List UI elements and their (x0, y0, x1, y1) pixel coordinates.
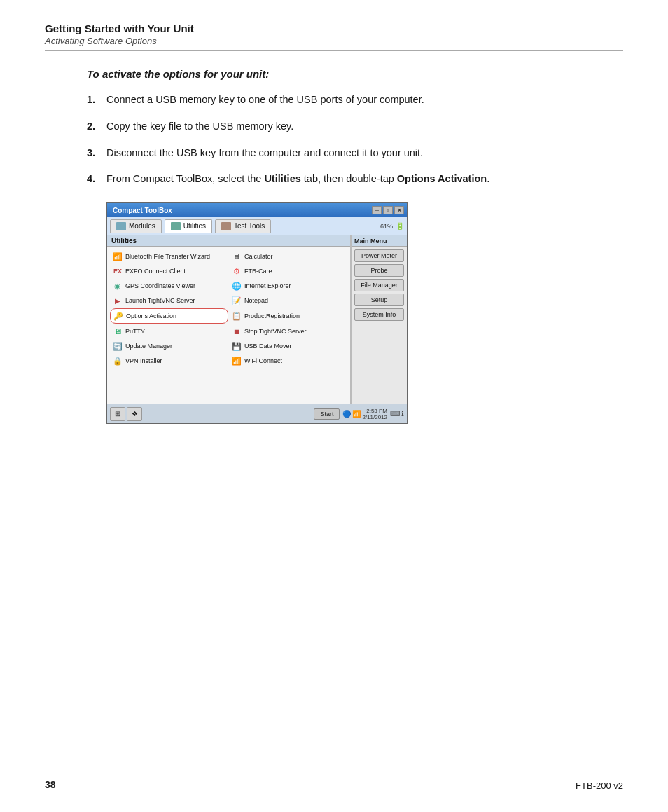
util-update[interactable]: 🔄 Update Manager (110, 339, 228, 353)
usb-icon: 💾 (232, 341, 242, 351)
util-vpn-label: VPN Installer (125, 357, 162, 364)
taskbar-start-label: Start (320, 411, 333, 418)
utilities-panel-header: Utilities (107, 235, 350, 247)
menu-btn-probe-label: Probe (370, 267, 387, 274)
info-sys-icon: ℹ (401, 410, 404, 418)
menu-btn-system-info[interactable]: System Info (354, 308, 404, 321)
win-content: Utilities 📶 Bluetooth File Transfer Wiza… (107, 235, 407, 404)
taskbar-btn-2[interactable]: ❖ (127, 407, 142, 421)
util-wifi[interactable]: 📶 WiFi Connect (229, 354, 347, 368)
util-usb-label: USB Data Mover (244, 343, 292, 350)
util-stopvnc[interactable]: ⏹ Stop TightVNC Server (229, 324, 347, 338)
header-divider (45, 50, 623, 51)
prodreg-icon: 📋 (232, 311, 242, 321)
step-3: 3. Disconnect the USB key from the compu… (87, 146, 623, 161)
taskbar-date-display: 2/11/2012 (362, 414, 387, 420)
util-exfo[interactable]: EX EXFO Connect Client (110, 264, 228, 278)
util-bluetooth-label: Bluetooth File Transfer Wizard (125, 253, 210, 260)
step-4-text: From Compact ToolBox, select the Utiliti… (106, 172, 623, 187)
step-3-text: Disconnect the USB key from the computer… (106, 146, 623, 161)
util-tightvnc-launch[interactable]: ▶ Launch TightVNC Server (110, 294, 228, 308)
putty-icon: 🖥 (113, 326, 123, 336)
util-ie[interactable]: 🌐 Internet Explorer (229, 279, 347, 293)
util-putty[interactable]: 🖥 PuTTY (110, 324, 228, 338)
exfo-icon: EX (113, 266, 123, 276)
util-options-activation[interactable]: 🔑 Options Activation (110, 308, 228, 324)
util-notepad[interactable]: 📝 Notepad (229, 294, 347, 308)
tab-test-tools-label: Test Tools (234, 222, 265, 230)
tab-modules-label: Modules (129, 222, 155, 230)
percent-badge: 61% (380, 223, 396, 230)
taskbar-time-display: 2:53 PM (362, 408, 387, 414)
tab-utilities-label: Utilities (183, 222, 206, 230)
util-usb[interactable]: 💾 USB Data Mover (229, 339, 347, 353)
menu-btn-power-meter-label: Power Meter (361, 252, 397, 259)
keyboard-sys-icon: ⌨ (390, 410, 400, 418)
util-vpn[interactable]: 🔒 VPN Installer (110, 354, 228, 368)
main-menu-label: Main Menu (354, 238, 387, 245)
step-1: 1. Connect a USB memory key to one of th… (87, 92, 623, 108)
gps-icon: ◉ (113, 281, 123, 291)
menu-btn-probe[interactable]: Probe (354, 264, 404, 277)
step-1-text: Connect a USB memory key to one of the U… (106, 92, 623, 108)
util-options-label: Options Activation (126, 312, 176, 319)
menu-btn-setup[interactable]: Setup (354, 294, 404, 306)
win-close-btn[interactable]: ✕ (394, 206, 404, 214)
util-notepad-label: Notepad (244, 297, 268, 304)
util-update-label: Update Manager (125, 343, 172, 350)
util-ftbcare-label: FTB-Care (244, 268, 272, 275)
tab-modules[interactable]: Modules (110, 219, 162, 233)
step-2-text: Copy the key file to the USB memory key. (106, 119, 623, 135)
util-gps[interactable]: ◉ GPS Coordinates Viewer (110, 279, 228, 293)
menu-btn-system-info-label: System Info (363, 311, 396, 318)
bluetooth-icon: 📶 (113, 252, 123, 261)
menu-btn-file-manager-label: File Manager (361, 282, 398, 289)
tab-utilities[interactable]: Utilities (165, 219, 212, 233)
util-calculator[interactable]: 🖩 Calculator (229, 249, 347, 263)
tab-test-tools[interactable]: Test Tools (215, 219, 271, 233)
section-heading: To activate the options for your unit: (87, 68, 623, 80)
main-menu-header: Main Menu (352, 235, 407, 247)
util-ftbcare[interactable]: ⚙ FTB-Care (229, 264, 347, 278)
menu-btn-power-meter[interactable]: Power Meter (354, 249, 404, 262)
main-menu-panel: Main Menu Power Meter Probe File Manager (351, 235, 407, 404)
step-4-bold-options: Options Activation (397, 173, 487, 184)
page-header: Getting Started with Your Unit Activatin… (45, 22, 623, 51)
utilities-grid: 📶 Bluetooth File Transfer Wizard 🖩 Calcu… (107, 247, 350, 371)
step-2: 2. Copy the key file to the USB memory k… (87, 119, 623, 135)
step-2-number: 2. (87, 119, 106, 135)
utilities-panel: Utilities 📶 Bluetooth File Transfer Wiza… (107, 235, 351, 404)
header-title: Getting Started with Your Unit (45, 22, 623, 34)
win-title-text: Compact ToolBox (110, 207, 372, 214)
util-calculator-label: Calculator (244, 253, 273, 260)
menu-btn-file-manager[interactable]: File Manager (354, 279, 404, 291)
footer-divider (45, 773, 87, 773)
taskbar-btn-1[interactable]: ⊞ (110, 407, 125, 421)
win-minimize-btn[interactable]: ─ (372, 206, 382, 214)
win-titlebar: Compact ToolBox ─ ▫ ✕ (107, 203, 407, 217)
taskbar-time: 2:53 PM 2/11/2012 (362, 408, 389, 420)
util-gps-label: GPS Coordinates Viewer (125, 282, 195, 289)
win-taskbar: ⊞ ❖ Start 🔵 📶 2:53 PM 2/11/2012 ⌨ (107, 404, 407, 423)
util-exfo-label: EXFO Connect Client (125, 268, 186, 275)
win-restore-btn[interactable]: ▫ (383, 206, 393, 214)
footer-page-number: 38 (45, 779, 56, 790)
wifi-icon: 📶 (232, 356, 242, 366)
screenshot-container: Compact ToolBox ─ ▫ ✕ Modules U (106, 202, 623, 424)
util-ie-label: Internet Explorer (244, 282, 291, 289)
vpn-icon: 🔒 (113, 356, 123, 366)
util-bluetooth[interactable]: 📶 Bluetooth File Transfer Wizard (110, 249, 228, 263)
util-wifi-label: WiFi Connect (244, 357, 282, 364)
step-4-bold-utilities: Utilities (264, 173, 300, 184)
win-controls[interactable]: ─ ▫ ✕ (372, 206, 404, 214)
util-prodreg[interactable]: 📋 ProductRegistration (229, 308, 347, 324)
ftbcare-icon: ⚙ (232, 266, 242, 276)
battery-icon: 🔋 (396, 222, 404, 230)
content-area: To activate the options for your unit: 1… (45, 68, 623, 424)
calculator-icon: 🖩 (232, 252, 242, 261)
screenshot-window: Compact ToolBox ─ ▫ ✕ Modules U (106, 202, 408, 424)
header-subtitle: Activating Software Options (45, 36, 623, 46)
step-4: 4. From Compact ToolBox, select the Util… (87, 172, 623, 187)
taskbar-start-btn[interactable]: Start (314, 408, 340, 420)
main-menu-buttons: Power Meter Probe File Manager Setup (352, 247, 407, 324)
